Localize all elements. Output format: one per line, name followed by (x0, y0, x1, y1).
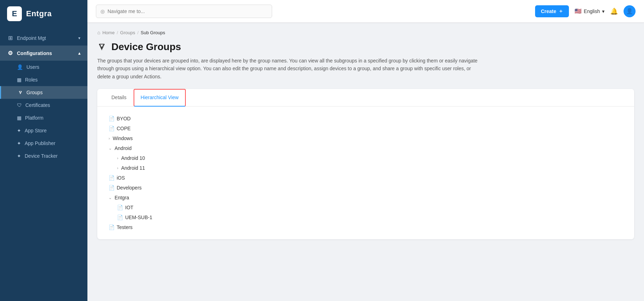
user-icon: 👤 (17, 64, 23, 70)
tree-item-label: UEM-SUB-1 (125, 215, 152, 220)
language-label: English (584, 8, 600, 14)
chevron-down-icon: ⌄ (109, 146, 112, 151)
create-button[interactable]: Create ＋ (535, 5, 569, 17)
tree-item-label: Testers (117, 224, 133, 230)
platform-icon: ▦ (17, 115, 22, 121)
logo-area: E Entgra (0, 0, 87, 28)
sidebar-item-label: Device Tracker (25, 153, 57, 159)
tree-item-entgra[interactable]: ⌄ Entgra (107, 193, 624, 203)
tree-item-label: Developers (117, 185, 142, 191)
tabs-header: Details Hierarchical View (97, 89, 634, 107)
groups-icon: ⛛ (18, 90, 23, 95)
home-icon: ⌂ (97, 30, 100, 35)
topbar: ◎ Create ＋ 🇺🇸 English ▾ 🔔 👤 (87, 0, 644, 23)
chevron-up-icon: ▴ (78, 51, 80, 56)
tree-item-uem-sub-1[interactable]: 📄 UEM-SUB-1 (116, 212, 624, 222)
search-container[interactable]: ◎ (96, 5, 272, 18)
breadcrumb-groups[interactable]: Groups (120, 30, 135, 35)
chevron-down-icon: ⌄ (109, 195, 112, 200)
search-icon: ◎ (100, 8, 105, 14)
sidebar-item-label: Endpoint Mgt (17, 35, 46, 41)
notification-bell-icon[interactable]: 🔔 (610, 7, 618, 15)
chevron-right-icon: › (117, 156, 118, 160)
tree-item-iot[interactable]: 📄 IOT (116, 203, 624, 212)
tree-item-windows[interactable]: › Windows (107, 133, 624, 143)
tab-details[interactable]: Details (104, 89, 134, 107)
endpoint-mgt-icon: ⊞ (7, 35, 13, 41)
chevron-down-icon: ▾ (78, 36, 80, 41)
file-icon: 📄 (109, 224, 115, 230)
page-title: Device Groups (111, 41, 181, 53)
tab-hierarchical-view[interactable]: Hierarchical View (134, 89, 186, 107)
tree-item-android-10[interactable]: › Android 10 (116, 153, 624, 163)
sidebar-item-label: Certificates (25, 102, 50, 108)
file-icon: 📄 (109, 126, 115, 131)
sidebar-item-label: Users (26, 64, 39, 70)
user-avatar[interactable]: 👤 (624, 5, 636, 17)
tree-item-android[interactable]: ⌄ Android (107, 143, 624, 153)
sidebar-item-device-tracker[interactable]: ✦ Device Tracker (0, 150, 87, 162)
tree-content: 📄 BYOD 📄 COPE › Windows ⌄ Android (97, 107, 634, 239)
device-tracker-icon: ✦ (17, 153, 21, 159)
sidebar-item-configurations[interactable]: ⚙ Configurations ▴ (0, 46, 87, 61)
tree-item-label: Windows (113, 136, 133, 141)
entgra-children: 📄 IOT 📄 UEM-SUB-1 (116, 203, 624, 222)
tree-item-label: Entgra (115, 195, 129, 200)
chevron-right-icon: › (109, 136, 110, 140)
tree-item-cope[interactable]: 📄 COPE (107, 124, 624, 133)
flag-icon: 🇺🇸 (575, 8, 582, 14)
page-description: The groups that your devices are grouped… (97, 57, 485, 80)
sidebar-item-label: Platform (25, 115, 43, 121)
sidebar-item-endpoint-mgt[interactable]: ⊞ Endpoint Mgt ▾ (0, 30, 87, 46)
breadcrumb-current: Sub Groups (141, 30, 165, 35)
tree-item-ios[interactable]: 📄 iOS (107, 173, 624, 183)
sidebar-item-label: Roles (25, 77, 38, 83)
tree-item-label: Android 10 (121, 155, 145, 161)
app-store-icon: ✦ (17, 128, 21, 133)
tree-item-label: COPE (117, 126, 131, 131)
file-icon: 📄 (117, 205, 123, 210)
tabs-container: Details Hierarchical View 📄 BYOD 📄 COPE (97, 89, 634, 239)
content-area: ⌂ Home / Groups / Sub Groups ⛛ Device Gr… (87, 23, 644, 301)
breadcrumb-home[interactable]: Home (102, 30, 115, 35)
tree-item-label: iOS (117, 175, 125, 181)
sidebar-item-users[interactable]: 👤 Users (0, 61, 87, 73)
app-name: Entgra (26, 9, 52, 18)
sidebar-item-app-store[interactable]: ✦ App Store (0, 124, 87, 137)
file-icon: 📄 (117, 215, 123, 220)
user-icon: 👤 (626, 8, 633, 14)
chevron-right-icon: › (117, 166, 118, 170)
certificates-icon: 🛡 (17, 102, 22, 108)
tree-item-label: Android (115, 145, 131, 151)
tree-item-byod[interactable]: 📄 BYOD (107, 114, 624, 124)
search-input[interactable] (108, 8, 268, 14)
tree-item-label: IOT (125, 205, 133, 210)
sidebar: E Entgra ⊞ Endpoint Mgt ▾ ⚙ Configuratio… (0, 0, 87, 301)
tree-item-label: Android 11 (121, 165, 145, 171)
app-publisher-icon: ✦ (17, 140, 21, 146)
sidebar-item-groups[interactable]: ⛛ Groups (0, 86, 87, 99)
chevron-down-icon: ▾ (602, 8, 605, 14)
tree-item-testers[interactable]: 📄 Testers (107, 222, 624, 232)
roles-icon: ▦ (17, 77, 22, 83)
sidebar-item-app-publisher[interactable]: ✦ App Publisher (0, 137, 87, 150)
sidebar-item-roles[interactable]: ▦ Roles (0, 73, 87, 86)
file-icon: 📄 (109, 175, 115, 181)
sidebar-item-label: App Store (25, 128, 47, 133)
language-selector[interactable]: 🇺🇸 English ▾ (575, 8, 605, 14)
tree-item-developers[interactable]: 📄 Developers (107, 183, 624, 193)
topbar-right: Create ＋ 🇺🇸 English ▾ 🔔 👤 (535, 5, 636, 17)
android-children: › Android 10 › Android 11 (116, 153, 624, 173)
tree-item-label: BYOD (117, 116, 131, 121)
main-area: ◎ Create ＋ 🇺🇸 English ▾ 🔔 👤 ⌂ Home / (87, 0, 644, 301)
file-icon: 📄 (109, 116, 115, 121)
sidebar-navigation: ⊞ Endpoint Mgt ▾ ⚙ Configurations ▴ 👤 Us… (0, 28, 87, 165)
tree-item-android-11[interactable]: › Android 11 (116, 163, 624, 173)
sidebar-item-certificates[interactable]: 🛡 Certificates (0, 99, 87, 112)
sidebar-item-label: App Publisher (25, 140, 55, 146)
logo-icon: E (7, 6, 22, 21)
sidebar-item-platform[interactable]: ▦ Platform (0, 112, 87, 124)
plus-icon: ＋ (558, 8, 563, 14)
configurations-icon: ⚙ (7, 50, 13, 56)
sidebar-item-label: Groups (26, 90, 43, 95)
